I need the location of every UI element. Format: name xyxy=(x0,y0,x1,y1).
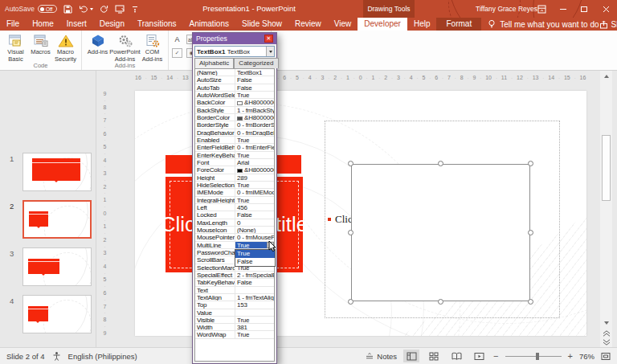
property-row-value[interactable]: Value xyxy=(195,309,274,317)
label-control-icon[interactable]: A xyxy=(172,35,182,44)
dropdown-option-false[interactable]: False xyxy=(235,258,275,266)
property-row-backstyle[interactable]: BackStyle1 - fmBackStyl xyxy=(195,107,274,114)
zoom-in-button[interactable]: + xyxy=(568,351,573,361)
minimize-button[interactable] xyxy=(553,0,574,18)
property-row-enterkeybehavi[interactable]: EnterKeyBehaviTrue xyxy=(195,152,274,159)
property-row-specialeffect[interactable]: SpecialEffect2 - fmSpecialE xyxy=(195,272,274,279)
properties-window[interactable]: Properties ✕ TextBox1 TextBox Alphabetic… xyxy=(192,32,277,364)
slide-thumbnail-1[interactable] xyxy=(22,153,92,191)
save-button[interactable] xyxy=(63,5,72,14)
object-selector[interactable]: TextBox1 TextBox xyxy=(194,46,275,57)
tell-me-box[interactable]: Tell me what you want to do xyxy=(488,18,599,31)
resize-handle-n[interactable] xyxy=(438,161,443,166)
resize-handle-w[interactable] xyxy=(348,230,353,235)
property-row-hideselection[interactable]: HideSelectionTrue xyxy=(195,182,274,189)
resize-handle-sw[interactable] xyxy=(348,299,353,305)
object-selector-dropdown-icon[interactable] xyxy=(266,47,274,56)
resize-handle-e[interactable] xyxy=(528,230,533,235)
tab-home[interactable]: Home xyxy=(26,18,60,31)
resize-handle-ne[interactable] xyxy=(528,161,533,166)
properties-close-button[interactable]: ✕ xyxy=(264,35,273,43)
property-row-maxlength[interactable]: MaxLength0 xyxy=(195,219,274,227)
scroll-down-button[interactable] xyxy=(600,317,612,328)
resize-handle-nw[interactable] xyxy=(348,161,353,166)
resize-handle-se[interactable] xyxy=(528,299,533,305)
property-row-enabled[interactable]: EnabledTrue xyxy=(195,137,274,144)
activex-textbox-control[interactable] xyxy=(351,164,530,301)
add-ins-button[interactable]: Add-ins xyxy=(85,33,110,56)
scroll-up-button[interactable] xyxy=(600,71,612,81)
tab-view[interactable]: View xyxy=(328,18,358,31)
tab-insert[interactable]: Insert xyxy=(60,18,93,31)
slide-indicator[interactable]: Slide 2 of 4 xyxy=(6,352,45,361)
macros-button[interactable]: Macros xyxy=(28,33,53,56)
tab-alphabetic[interactable]: Alphabetic xyxy=(194,58,234,68)
accessibility-icon[interactable] xyxy=(52,351,61,362)
tab-format[interactable]: Format xyxy=(439,18,478,31)
zoom-out-button[interactable]: − xyxy=(493,351,498,361)
property-row-text[interactable]: Text xyxy=(195,287,274,294)
autosave-toggle[interactable]: AutoSave Off xyxy=(5,5,57,13)
tab-file[interactable]: File xyxy=(0,18,26,31)
slide-thumbnail-2[interactable] xyxy=(22,200,92,239)
redo-button[interactable] xyxy=(100,5,108,13)
property-row-mouseicon[interactable]: MouseIcon(None) xyxy=(195,227,274,234)
tab-slide-show[interactable]: Slide Show xyxy=(235,18,288,31)
slides-panel[interactable]: 1234 xyxy=(0,71,96,347)
close-button[interactable] xyxy=(595,0,617,18)
slide-thumbnail-4[interactable] xyxy=(22,295,92,333)
tab-animations[interactable]: Animations xyxy=(183,18,235,31)
customize-toolbar-button[interactable] xyxy=(132,5,138,13)
language-indicator[interactable]: English (Philippines) xyxy=(68,352,137,361)
property-row-visible[interactable]: VisibleTrue xyxy=(195,317,274,324)
property-row-integralheight[interactable]: IntegralHeightTrue xyxy=(195,197,274,204)
scrollbar-thumb[interactable] xyxy=(602,135,611,201)
reading-view-button[interactable] xyxy=(448,350,464,362)
property-row-textalign[interactable]: TextAlign1 - fmTextAlig xyxy=(195,294,274,301)
property-row-autosize[interactable]: AutoSizeFalse xyxy=(195,76,274,84)
slideshow-view-button[interactable] xyxy=(471,350,487,362)
property-row-left[interactable]: Left456 xyxy=(195,204,274,211)
notes-button[interactable]: Notes xyxy=(366,352,397,361)
macro-security-button[interactable]: Macro Security xyxy=(53,33,78,63)
autosave-switch-icon[interactable]: Off xyxy=(38,5,57,13)
tab-developer[interactable]: Developer xyxy=(358,18,407,31)
property-row-height[interactable]: Height289 xyxy=(195,174,274,182)
previous-slide-button[interactable] xyxy=(603,330,611,337)
slide-sorter-view-button[interactable] xyxy=(426,350,442,362)
property-row-forecolor[interactable]: ForeColor&H8000000 xyxy=(195,166,274,174)
next-slide-button[interactable] xyxy=(603,339,611,346)
visual-basic-button[interactable]: Visual Basic xyxy=(3,33,28,63)
tab-review[interactable]: Review xyxy=(288,18,328,31)
zoom-slider-thumb[interactable] xyxy=(536,353,539,360)
share-button[interactable]: Share xyxy=(599,20,617,29)
checkbox-control-icon[interactable]: ✓ xyxy=(172,48,182,58)
properties-grid[interactable]: (Name)TextBox1AutoSizeFalseAutoTabFalseA… xyxy=(194,68,275,362)
ribbon-display-options-button[interactable] xyxy=(532,0,551,18)
zoom-slider[interactable] xyxy=(505,352,562,360)
property-row-borderstyle[interactable]: BorderStyle0 - fmBorderSt xyxy=(195,121,274,129)
maximize-button[interactable] xyxy=(574,0,595,18)
vertical-ruler[interactable]: 9·8·7·6·5·4·3·2·1·0·1·2·3·4·5·6·7·8·9 xyxy=(100,91,110,336)
resize-handle-s[interactable] xyxy=(438,299,443,305)
vertical-scrollbar[interactable] xyxy=(600,71,612,347)
property-row-font[interactable]: FontArial xyxy=(195,159,274,166)
property-row-autotab[interactable]: AutoTabFalse xyxy=(195,84,274,92)
fit-to-window-button[interactable] xyxy=(601,352,611,361)
property-row-tabkeybehavior[interactable]: TabKeyBehaviorFalse xyxy=(195,279,274,286)
powerpoint-add-ins-button[interactable]: PowerPoint Add-ins xyxy=(110,33,140,63)
property-row-bordercolor[interactable]: BorderColor&H8000000 xyxy=(195,114,274,121)
property-row-backcolor[interactable]: BackColor&H8000000 xyxy=(195,99,274,106)
property-row-dragbehavior[interactable]: DragBehavior0 - fmDragBeh xyxy=(195,129,274,137)
tab-categorized[interactable]: Categorized xyxy=(234,58,278,68)
properties-titlebar[interactable]: Properties ✕ xyxy=(193,33,276,44)
property-row-locked[interactable]: LockedFalse xyxy=(195,211,274,219)
property-row-wordwrap[interactable]: WordWrapTrue xyxy=(195,331,274,338)
undo-button[interactable] xyxy=(79,5,93,13)
normal-view-button[interactable] xyxy=(403,350,419,362)
com-add-ins-button[interactable]: COM Add-ins xyxy=(140,33,165,63)
undo-dropdown-icon[interactable] xyxy=(90,8,93,10)
property-row-enterfieldbehav[interactable]: EnterFieldBehav0 - fmEnterFie xyxy=(195,144,274,151)
start-from-beginning-button[interactable] xyxy=(115,5,125,14)
slide-thumbnail-3[interactable] xyxy=(22,247,92,286)
